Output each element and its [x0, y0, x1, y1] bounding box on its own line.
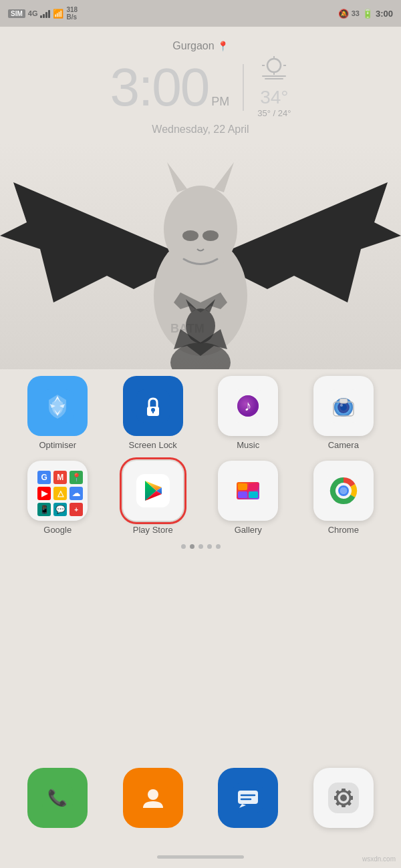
svg-rect-41 — [238, 491, 247, 498]
page-dot-0[interactable] — [181, 544, 186, 549]
app-chrome[interactable]: Chrome — [299, 461, 388, 535]
svg-point-12 — [182, 230, 198, 241]
app-playstore[interactable]: Play Store — [109, 461, 198, 535]
location-pin-icon: 📍 — [217, 41, 229, 51]
svg-rect-39 — [238, 483, 247, 490]
app-google[interactable]: G M 📍 ▶ △ ☁ 📱 💬 + Google — [13, 461, 102, 535]
svg-point-58 — [340, 795, 347, 801]
weather-block: 34° 35° / 24° — [257, 56, 291, 118]
svg-text:📞: 📞 — [47, 788, 68, 807]
gallery-label: Gallery — [235, 525, 262, 535]
clock-area: Gurgaon 📍 3:00 PM 34° — [0, 27, 401, 142]
google-icon: G M 📍 ▶ △ ☁ 📱 💬 + — [27, 461, 88, 521]
signal-bars — [40, 9, 50, 18]
weather-range: 35° / 24° — [257, 108, 291, 118]
app-music[interactable]: ♪ Music — [204, 376, 293, 450]
svg-rect-62 — [350, 796, 353, 800]
svg-point-51 — [148, 789, 158, 800]
page-dot-2[interactable] — [198, 544, 203, 549]
clock-divider — [243, 64, 244, 111]
app-camera[interactable]: Camera — [299, 376, 388, 450]
app-gallery[interactable]: Gallery — [204, 461, 293, 535]
svg-rect-20 — [136, 389, 170, 423]
chrome-icon — [313, 461, 374, 521]
optimiser-icon — [27, 376, 88, 436]
svg-rect-53 — [238, 791, 258, 804]
svg-point-16 — [186, 308, 215, 343]
clock-status: 3:00 — [376, 9, 393, 19]
svg-point-22 — [151, 408, 155, 412]
dock-contacts[interactable] — [109, 768, 198, 828]
svg-point-47 — [340, 487, 347, 494]
bottom-dock: 📞 — [0, 768, 401, 828]
status-left: SIM 4G 📶 318B/s — [8, 6, 78, 21]
chrome-label: Chrome — [328, 525, 359, 535]
svg-rect-60 — [342, 804, 346, 807]
weather-icon — [257, 56, 291, 85]
optimiser-label: Optimiser — [39, 440, 76, 450]
dock-phone[interactable]: 📞 — [13, 768, 102, 828]
wifi-icon: 📶 — [53, 9, 63, 19]
settings-icon — [313, 768, 374, 828]
watermark: wsxdn.com — [362, 855, 396, 863]
svg-point-9 — [164, 186, 237, 272]
signal-bar-1 — [40, 15, 42, 18]
dock-settings[interactable] — [299, 768, 388, 828]
svg-rect-59 — [342, 789, 346, 792]
camera-label: Camera — [328, 440, 359, 450]
app-optimiser[interactable]: Optimiser — [13, 376, 102, 450]
signal-bar-4 — [48, 10, 50, 18]
battery-icon: 🔋 — [362, 9, 373, 19]
mute-icon: 🔕 — [338, 9, 349, 19]
speed-text: 318B/s — [66, 6, 78, 21]
playstore-label: Play Store — [133, 525, 173, 535]
signal-bar-2 — [43, 14, 45, 18]
camera-icon — [313, 376, 374, 436]
music-icon: ♪ — [218, 376, 278, 436]
music-label: Music — [237, 440, 259, 450]
svg-point-13 — [203, 230, 219, 241]
date-display: Wednesday, 22 April — [0, 124, 401, 136]
status-bar: SIM 4G 📶 318B/s 🔕 33 🔋 3:00 — [0, 0, 401, 27]
weather-temp: 34° — [257, 87, 291, 108]
phone-icon: 📞 — [27, 768, 88, 828]
gallery-icon — [218, 461, 278, 521]
app-grid: Optimiser Screen Lock — [0, 369, 401, 535]
status-right: 🔕 33 🔋 3:00 — [338, 9, 393, 19]
page-dots — [0, 544, 401, 549]
page-dot-1[interactable] — [190, 544, 194, 549]
battery-text: 33 — [352, 9, 360, 17]
app-screenlock[interactable]: Screen Lock — [109, 376, 198, 450]
page-dot-4[interactable] — [216, 544, 221, 549]
dock-messages[interactable] — [204, 768, 293, 828]
page-dot-3[interactable] — [207, 544, 212, 549]
network-type: 4G — [28, 9, 38, 17]
carrier-text: SIM — [8, 9, 25, 18]
signal-bar-3 — [45, 12, 47, 18]
svg-rect-40 — [249, 483, 258, 490]
svg-rect-42 — [249, 491, 258, 498]
screenlock-label: Screen Lock — [129, 440, 177, 450]
svg-point-0 — [267, 59, 281, 72]
svg-point-33 — [340, 404, 343, 407]
clock-display: 3:00 — [110, 61, 209, 114]
location: Gurgaon 📍 — [0, 40, 401, 52]
screenlock-icon — [123, 376, 183, 436]
messages-icon — [218, 768, 278, 828]
svg-text:♪: ♪ — [245, 397, 252, 414]
clock-period: PM — [211, 95, 229, 109]
playstore-icon — [123, 461, 183, 521]
svg-rect-35 — [340, 399, 348, 403]
clock-row: 3:00 PM 34° 35° / 24° — [0, 56, 401, 118]
home-indicator[interactable] — [157, 855, 244, 859]
contacts-icon — [123, 768, 183, 828]
batman-wallpaper: BATM — [0, 142, 401, 369]
svg-rect-61 — [334, 796, 338, 800]
google-label: Google — [43, 525, 72, 535]
